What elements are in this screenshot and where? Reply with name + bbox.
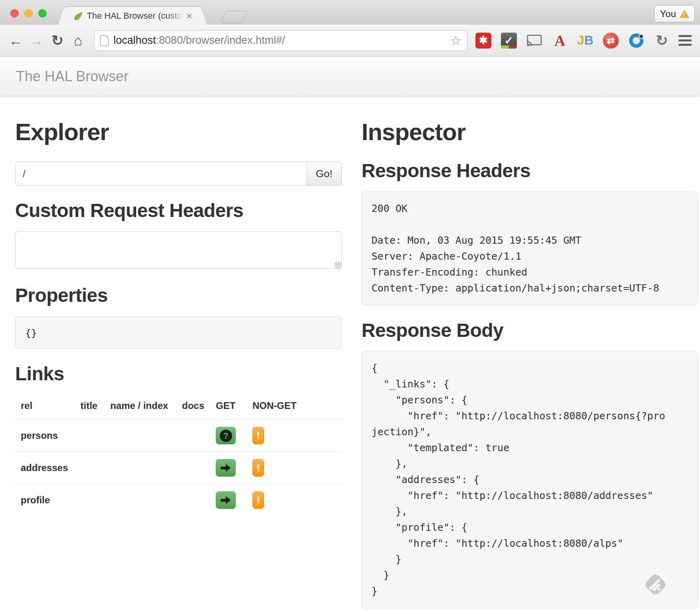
zoom-window-button[interactable] <box>38 9 47 18</box>
get-cell: ? <box>210 420 247 452</box>
nonget-cell: ! <box>247 484 342 516</box>
links-heading: Links <box>15 363 342 385</box>
docs-cell <box>176 484 210 516</box>
rel-cell: addresses <box>15 452 75 484</box>
url-host: localhost <box>113 34 156 46</box>
address-bar[interactable]: localhost:8080/browser/index.html#/ ☆ <box>94 30 467 51</box>
non-get-button[interactable]: ! <box>252 427 264 444</box>
explorer-address-input[interactable] <box>15 162 307 186</box>
profile-label: You <box>660 8 676 20</box>
docs-cell <box>176 420 210 452</box>
explorer-heading: Explorer <box>15 118 342 146</box>
title-cell <box>75 420 105 452</box>
col-header-docs: docs <box>176 395 210 420</box>
title-cell <box>75 452 105 484</box>
home-icon[interactable]: ⌂ <box>68 32 88 49</box>
url-path: :8080/browser/index.html#/ <box>156 34 285 46</box>
table-row-persons: persons ? ! <box>15 420 342 452</box>
tab-close-icon[interactable]: × <box>186 11 192 21</box>
col-header-title: title <box>75 395 105 420</box>
response-body-box: { "_links": { "persons": { "href": "http… <box>362 351 698 608</box>
response-body-heading: Response Body <box>362 319 698 341</box>
red-sync-extension-icon[interactable]: ⇄ <box>603 33 619 49</box>
chrome-menu-icon[interactable] <box>678 35 692 46</box>
name-index-cell <box>105 484 176 516</box>
chromecast-extension-icon[interactable] <box>526 33 542 49</box>
exclamation-icon: ! <box>256 494 260 506</box>
get-button[interactable]: ? <box>216 427 236 444</box>
tab-strip: The HAL Browser (customiz × You <box>0 0 700 25</box>
inspector-panel: Inspector Response Headers 200 OK Date: … <box>362 96 698 608</box>
custom-request-headers-textarea[interactable] <box>15 231 342 269</box>
table-row-profile: profile ! <box>15 484 342 516</box>
col-header-name-index: name / index <box>105 395 176 420</box>
arrow-right-icon <box>220 495 231 506</box>
app-title: The HAL Browser <box>16 68 129 85</box>
get-button[interactable] <box>216 491 236 509</box>
url-text[interactable]: localhost:8080/browser/index.html#/ <box>113 34 445 47</box>
page-icon <box>100 35 109 46</box>
check-bar <box>501 45 517 49</box>
warning-icon <box>680 10 689 18</box>
get-cell <box>210 484 247 516</box>
explorer-panel: Explorer Go! Custom Request Headers Prop… <box>15 96 342 608</box>
col-header-get: GET <box>210 395 247 420</box>
links-header-row: rel title name / index docs GET NON-GET <box>15 395 342 420</box>
explorer-address-group: Go! <box>15 162 342 186</box>
rel-cell: profile <box>15 484 75 516</box>
app-navbar: The HAL Browser <box>0 57 700 96</box>
lastpass-extension-icon[interactable]: ✱ <box>475 33 491 49</box>
bookmark-star-icon[interactable]: ☆ <box>450 33 461 48</box>
exclamation-icon: ! <box>256 462 260 474</box>
window-controls <box>10 9 47 18</box>
name-index-cell <box>105 452 176 484</box>
reload-icon[interactable]: ↻ <box>47 32 68 49</box>
main-content: Explorer Go! Custom Request Headers Prop… <box>0 96 700 608</box>
col-header-rel: rel <box>15 395 75 420</box>
name-index-cell <box>105 420 176 452</box>
jb-extension-icon[interactable]: JB <box>577 33 593 49</box>
blue-circle-extension-icon[interactable] <box>628 33 644 49</box>
minimize-window-button[interactable] <box>24 9 33 18</box>
col-header-nonget: NON-GET <box>247 395 342 420</box>
history-sync-extension-icon[interactable]: ↻ <box>654 33 670 49</box>
back-icon[interactable]: ← <box>6 32 26 49</box>
exclamation-icon: ! <box>256 430 260 442</box>
non-get-button[interactable]: ! <box>252 459 264 477</box>
properties-heading: Properties <box>15 284 342 306</box>
nonget-cell: ! <box>247 452 342 484</box>
get-button[interactable] <box>216 459 236 477</box>
nonget-cell: ! <box>247 420 342 452</box>
browser-toolbar: ← → ↻ ⌂ localhost:8080/browser/index.htm… <box>0 25 700 57</box>
browser-tab[interactable]: The HAL Browser (customiz × <box>67 6 198 25</box>
title-cell <box>75 484 105 516</box>
tab-title: The HAL Browser (customiz <box>87 11 186 21</box>
question-sign-icon: ? <box>220 430 232 442</box>
response-headers-box: 200 OK Date: Mon, 03 Aug 2015 19:55:45 G… <box>362 192 698 305</box>
feedly-mini-icon[interactable] <box>642 571 669 598</box>
table-row-addresses: addresses ! <box>15 452 342 484</box>
arrow-right-icon <box>220 462 231 473</box>
jb-j: J <box>577 33 585 48</box>
spring-favicon-icon <box>73 11 83 21</box>
new-tab-button[interactable] <box>220 11 248 23</box>
close-window-button[interactable] <box>10 9 19 18</box>
rel-cell: persons <box>15 420 75 452</box>
properties-box: {} <box>15 316 342 349</box>
links-table: rel title name / index docs GET NON-GET … <box>15 395 342 516</box>
docs-cell <box>176 452 210 484</box>
checkmark-extension-icon[interactable]: ✓ <box>501 33 517 49</box>
jb-b: B <box>584 33 593 48</box>
response-headers-heading: Response Headers <box>362 160 698 182</box>
extension-icons: ✱ ✓ A JB ⇄ ↻ <box>475 33 670 49</box>
custom-request-headers-heading: Custom Request Headers <box>15 199 342 221</box>
get-cell <box>210 452 247 484</box>
non-get-button[interactable]: ! <box>252 491 264 509</box>
letter-a-extension-icon[interactable]: A <box>552 33 568 49</box>
profile-you-button[interactable]: You <box>654 5 695 22</box>
inspector-heading: Inspector <box>362 118 698 146</box>
forward-icon[interactable]: → <box>26 32 47 49</box>
go-button[interactable]: Go! <box>307 162 342 186</box>
